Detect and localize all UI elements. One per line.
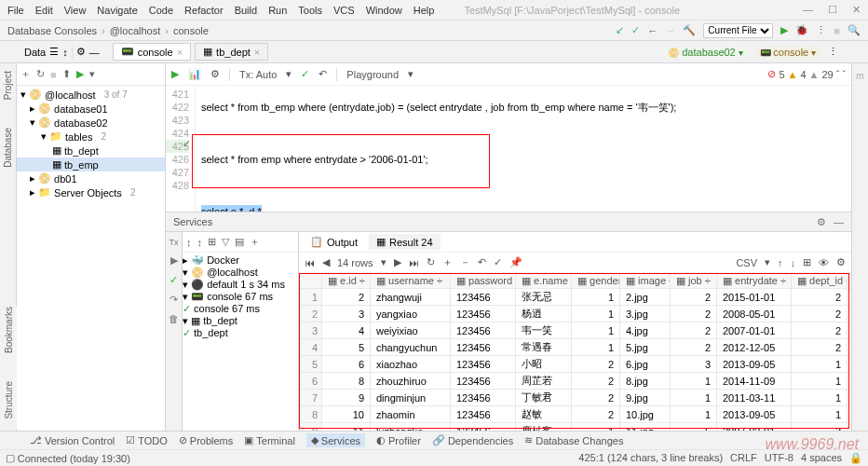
tree-db01[interactable]: ▸ 📀 db01: [17, 171, 165, 185]
rollback-icon[interactable]: ↶: [319, 68, 327, 80]
menu-view[interactable]: View: [64, 5, 87, 16]
svc-docker[interactable]: ▸ 🐳 Docker: [183, 254, 298, 267]
menu-vcs[interactable]: VCS: [333, 5, 355, 16]
side-project[interactable]: Project: [3, 71, 13, 100]
side-bookmarks[interactable]: Bookmarks: [4, 307, 14, 353]
side-structure[interactable]: Structure: [4, 381, 14, 419]
execute-icon[interactable]: ▶: [171, 68, 179, 80]
add-row-icon[interactable]: ＋: [442, 255, 453, 269]
mvn-icon[interactable]: m: [856, 71, 863, 81]
debug-icon[interactable]: 🐞: [795, 24, 808, 36]
collapse2-icon[interactable]: ↕: [197, 237, 203, 248]
tree-localhost[interactable]: ▾ 📀 @localhost 3 of 7: [17, 88, 165, 102]
svc-localhost[interactable]: ▾ 📀 @localhost: [183, 267, 298, 279]
status-crlf[interactable]: CRLF: [730, 452, 757, 464]
svc-arrow-icon[interactable]: ↷: [170, 294, 178, 306]
close-icon[interactable]: ✕: [852, 4, 861, 16]
pin-icon[interactable]: 📌: [509, 256, 522, 268]
status-indent[interactable]: 4 spaces: [801, 452, 842, 464]
status-encoding[interactable]: UTF-8: [765, 452, 793, 464]
ddl-icon[interactable]: ⊞: [803, 256, 811, 268]
svc-console1[interactable]: ▾ 📟 console 67 ms: [183, 291, 298, 303]
reimport-icon[interactable]: ⬆: [62, 68, 71, 80]
data-grid[interactable]: ▦ e.id ÷ ▦ username ÷ ▦ password ÷ ▦ e.n…: [299, 273, 851, 431]
svc-tb-dept[interactable]: ▾ ▦ tb_dept: [183, 315, 298, 327]
bt-todo[interactable]: ☑ TODO: [126, 434, 168, 446]
group-icon[interactable]: ⊞: [208, 236, 216, 248]
add-db-icon[interactable]: ＋: [20, 67, 31, 81]
import-icon[interactable]: ↓: [791, 257, 796, 268]
close-tab-tb-dept[interactable]: ×: [254, 47, 260, 58]
stop-icon[interactable]: ■: [834, 25, 840, 36]
menu-navigate[interactable]: Navigate: [97, 5, 137, 16]
prev-page-icon[interactable]: ◀: [322, 256, 330, 268]
side-database[interactable]: Database: [3, 128, 13, 168]
forward-icon[interactable]: →: [665, 25, 675, 36]
tree-server-objects[interactable]: ▸ 📁 Server Objects 2: [17, 185, 165, 199]
svc-tb-dept2[interactable]: ✓ tb_dept: [183, 327, 298, 339]
svc-run-icon[interactable]: ▶: [170, 254, 178, 267]
chevron-up-icon[interactable]: ˆ: [836, 69, 840, 80]
explain-icon[interactable]: 📊: [188, 68, 201, 80]
output-tab[interactable]: 📋 Output: [303, 234, 365, 250]
run-gutter-icon[interactable]: ✓: [183, 138, 191, 150]
console-badge[interactable]: 📟 console ▾: [755, 47, 821, 58]
tree-database01[interactable]: ▸ 📀 database01: [17, 102, 165, 116]
filter2-icon[interactable]: ▽: [222, 236, 229, 248]
menu-edit[interactable]: Edit: [35, 5, 53, 16]
revert-icon[interactable]: ↶: [478, 256, 486, 268]
gear2-icon[interactable]: ⚙: [210, 68, 220, 80]
menu-build[interactable]: Build: [235, 5, 257, 16]
bt-services[interactable]: ◆ Services: [306, 433, 365, 447]
gear3-icon[interactable]: ⚙: [817, 216, 826, 228]
bt-version-control[interactable]: ⎇ Version Control: [30, 434, 115, 446]
tree-tables[interactable]: ▾ 📁 tables 2: [17, 130, 165, 144]
build-icon[interactable]: 🔨: [683, 24, 696, 36]
collapse-icon[interactable]: ▾: [89, 68, 95, 80]
more-run-icon[interactable]: ⋮: [816, 24, 826, 36]
status-square-icon[interactable]: ▢: [6, 452, 15, 464]
result-tab[interactable]: ▦ Result 24: [369, 234, 440, 250]
expand-icon[interactable]: ↕: [186, 237, 192, 248]
refresh-icon[interactable]: ↻: [36, 68, 45, 80]
bt-terminal[interactable]: ▣ Terminal: [244, 434, 295, 446]
tree-database02[interactable]: ▾ 📀 database02: [17, 116, 165, 130]
sort-icon[interactable]: ↕: [62, 47, 68, 58]
run-config-dropdown[interactable]: Current File: [703, 23, 773, 38]
menu-run[interactable]: Run: [268, 5, 287, 16]
svc-trash-icon[interactable]: 🗑: [169, 313, 179, 324]
tab-console[interactable]: 📟 console ×: [113, 43, 191, 61]
first-page-icon[interactable]: ⏮: [305, 257, 315, 268]
vcs-update-icon[interactable]: ↙: [616, 24, 624, 36]
gear-icon[interactable]: ⚙: [76, 46, 86, 58]
svc-console2[interactable]: ✓ console 67 ms: [183, 303, 298, 315]
crumb-console[interactable]: console: [173, 25, 218, 36]
reload-grid-icon[interactable]: ↻: [427, 256, 435, 268]
menu-code[interactable]: Code: [149, 5, 173, 16]
menu-file[interactable]: File: [7, 5, 24, 16]
code-text[interactable]: select * from tb_emp where (entrydate,jo…: [196, 86, 851, 212]
playground-label[interactable]: Playground: [346, 69, 399, 80]
next-page-icon[interactable]: ▶: [394, 256, 401, 268]
add-svc-icon[interactable]: ＋: [250, 235, 260, 249]
close-tab-console[interactable]: ×: [177, 47, 183, 58]
svc-default[interactable]: ▾ ⚫ default 1 s 34 ms: [183, 279, 298, 291]
tab-tb-dept[interactable]: ▦ tb_dept ×: [195, 43, 268, 61]
tree-tb-emp[interactable]: ▦ tb_emp: [17, 158, 165, 171]
layout-icon[interactable]: ▤: [235, 236, 244, 248]
tx-label[interactable]: Tx: Auto: [239, 69, 277, 80]
bt-dependencies[interactable]: 🔗 Dependencies: [432, 434, 513, 446]
run-icon[interactable]: ▶: [780, 24, 788, 36]
minimize-panel-icon[interactable]: —: [89, 47, 100, 58]
last-page-icon[interactable]: ⏭: [409, 257, 419, 268]
status-lock-icon[interactable]: 🔒: [849, 452, 862, 464]
commit-grid-icon[interactable]: ✓: [494, 256, 502, 268]
stop-db-icon[interactable]: ■: [50, 69, 57, 80]
remove-row-icon[interactable]: －: [460, 255, 470, 269]
crumb-db-consoles[interactable]: Database Consoles: [7, 25, 110, 36]
datasource-badge[interactable]: 📀 database02 ▾: [663, 47, 747, 58]
commit-icon[interactable]: ✓: [301, 68, 309, 80]
code-area[interactable]: 421422423424 425426427428 select * from …: [166, 86, 851, 212]
crumb-localhost[interactable]: @localhost: [110, 25, 173, 36]
back-icon[interactable]: ←: [647, 25, 658, 36]
